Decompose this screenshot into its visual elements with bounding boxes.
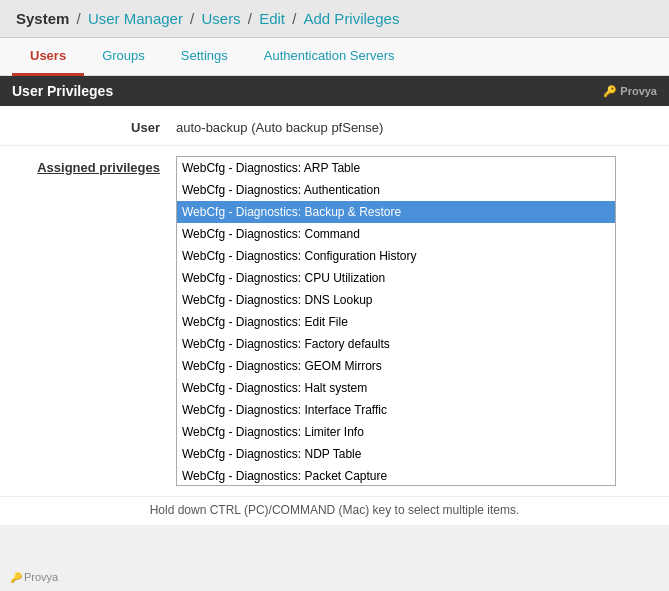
- privilege-item[interactable]: WebCfg - Diagnostics: NDP Table: [177, 443, 615, 465]
- watermark-label: Provya: [24, 571, 58, 583]
- section-header: User Privileges 🔑 Provya: [0, 76, 669, 106]
- tab-authentication-servers[interactable]: Authentication Servers: [246, 38, 413, 76]
- tab-groups[interactable]: Groups: [84, 38, 163, 76]
- privilege-item[interactable]: WebCfg - Diagnostics: CPU Utilization: [177, 267, 615, 289]
- privilege-item[interactable]: WebCfg - Diagnostics: Halt system: [177, 377, 615, 399]
- privilege-item[interactable]: WebCfg - Diagnostics: Factory defaults: [177, 333, 615, 355]
- breadcrumb-add-privileges[interactable]: Add Privileges: [304, 10, 400, 27]
- user-row: User auto-backup (Auto backup pfSense): [0, 106, 669, 146]
- breadcrumb-edit[interactable]: Edit: [259, 10, 285, 27]
- help-text: Hold down CTRL (PC)/COMMAND (Mac) key to…: [0, 496, 669, 525]
- privilege-item[interactable]: WebCfg - Diagnostics: Backup & Restore: [177, 201, 615, 223]
- privileges-content: WebCfg - Diagnostics: ARP TableWebCfg - …: [176, 156, 653, 486]
- privilege-item[interactable]: WebCfg - Diagnostics: Authentication: [177, 179, 615, 201]
- provya-logo: 🔑 Provya: [603, 85, 657, 98]
- privilege-item[interactable]: WebCfg - Diagnostics: DNS Lookup: [177, 289, 615, 311]
- privilege-item[interactable]: WebCfg - Diagnostics: Packet Capture: [177, 465, 615, 486]
- user-label: User: [16, 116, 176, 135]
- provya-icon: 🔑: [603, 85, 617, 98]
- privilege-item[interactable]: WebCfg - Diagnostics: ARP Table: [177, 157, 615, 179]
- privilege-item[interactable]: WebCfg - Diagnostics: Command: [177, 223, 615, 245]
- breadcrumb-user-manager[interactable]: User Manager: [88, 10, 183, 27]
- privileges-label: Assigned privileges: [16, 156, 176, 175]
- watermark: 🔑 Provya: [10, 571, 58, 583]
- breadcrumb-users[interactable]: Users: [201, 10, 240, 27]
- section-title: User Privileges: [12, 83, 113, 99]
- watermark-icon: 🔑: [10, 572, 22, 583]
- privileges-select[interactable]: WebCfg - Diagnostics: ARP TableWebCfg - …: [176, 156, 616, 486]
- breadcrumb: System / User Manager / Users / Edit / A…: [0, 0, 669, 38]
- privilege-item[interactable]: WebCfg - Diagnostics: Configuration Hist…: [177, 245, 615, 267]
- breadcrumb-system: System: [16, 10, 69, 27]
- privilege-item[interactable]: WebCfg - Diagnostics: GEOM Mirrors: [177, 355, 615, 377]
- privilege-item[interactable]: WebCfg - Diagnostics: Limiter Info: [177, 421, 615, 443]
- form-area: User auto-backup (Auto backup pfSense) A…: [0, 106, 669, 496]
- privileges-row: Assigned privileges WebCfg - Diagnostics…: [0, 146, 669, 496]
- tab-users[interactable]: Users: [12, 38, 84, 76]
- privilege-item[interactable]: WebCfg - Diagnostics: Edit File: [177, 311, 615, 333]
- tab-settings[interactable]: Settings: [163, 38, 246, 76]
- tabs: Users Groups Settings Authentication Ser…: [0, 38, 669, 76]
- user-value: auto-backup (Auto backup pfSense): [176, 116, 653, 135]
- privilege-item[interactable]: WebCfg - Diagnostics: Interface Traffic: [177, 399, 615, 421]
